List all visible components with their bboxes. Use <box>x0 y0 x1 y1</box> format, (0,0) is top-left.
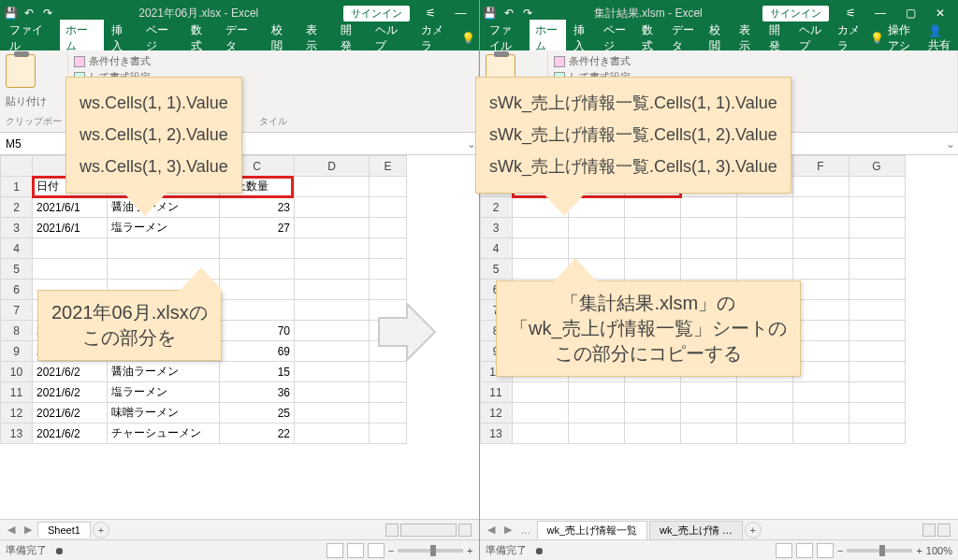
cell[interactable] <box>849 362 905 382</box>
cell[interactable] <box>849 259 905 280</box>
undo-icon[interactable]: ↶ <box>22 7 36 20</box>
cell[interactable] <box>792 197 849 218</box>
cell[interactable] <box>568 238 624 259</box>
row-header[interactable]: 2 <box>1 197 33 218</box>
cell[interactable]: 23 <box>220 197 295 218</box>
view-normal-icon[interactable] <box>327 543 343 558</box>
row-header[interactable]: 3 <box>480 218 512 238</box>
macro-record-icon[interactable]: ⏺ <box>54 545 65 556</box>
row-header[interactable]: 11 <box>480 382 512 403</box>
cond-format-button[interactable]: 条件付き書式 <box>554 54 952 68</box>
cell[interactable] <box>624 197 680 218</box>
cell[interactable] <box>792 300 849 321</box>
cell[interactable] <box>295 259 370 280</box>
cell[interactable] <box>792 259 849 280</box>
save-icon[interactable]: 💾 <box>484 7 497 20</box>
cell[interactable] <box>220 300 295 321</box>
cell[interactable]: 27 <box>220 218 295 238</box>
cell[interactable] <box>849 424 905 444</box>
row-header[interactable]: 5 <box>480 259 512 280</box>
minimize-icon[interactable]: — <box>866 4 894 22</box>
cell[interactable] <box>792 280 849 300</box>
cell[interactable]: チャーシューメン <box>108 424 220 444</box>
cell[interactable] <box>624 424 680 444</box>
cell[interactable] <box>295 382 370 403</box>
zoom-slider[interactable] <box>398 549 463 553</box>
row-header[interactable]: 13 <box>480 424 512 444</box>
add-sheet-icon[interactable]: + <box>745 522 762 538</box>
cell[interactable] <box>568 403 624 424</box>
cell[interactable]: 15 <box>220 362 295 382</box>
col-header[interactable]: E <box>370 156 407 177</box>
cell[interactable] <box>849 321 905 341</box>
cell[interactable] <box>736 403 792 424</box>
view-normal-icon[interactable] <box>776 543 792 558</box>
cell[interactable] <box>849 280 905 300</box>
cell[interactable] <box>792 341 849 362</box>
cell[interactable] <box>295 341 370 362</box>
row-header[interactable]: 13 <box>1 424 33 444</box>
cell[interactable] <box>370 259 407 280</box>
cell[interactable] <box>736 424 792 444</box>
cell[interactable] <box>792 218 849 238</box>
cell[interactable] <box>624 382 680 403</box>
cell[interactable] <box>849 218 905 238</box>
cell[interactable] <box>220 238 295 259</box>
signin-button[interactable]: サインイン <box>762 6 829 22</box>
cell[interactable] <box>849 238 905 259</box>
cell[interactable]: 醤油ラーメン <box>108 362 220 382</box>
cell[interactable]: 69 <box>220 341 295 362</box>
row-header[interactable]: 7 <box>1 300 33 321</box>
row-header[interactable]: 6 <box>1 280 33 300</box>
cell[interactable] <box>295 321 370 341</box>
row-header[interactable]: 10 <box>1 362 33 382</box>
cell[interactable] <box>370 403 407 424</box>
row-header[interactable]: 1 <box>1 177 33 197</box>
maximize-icon[interactable]: ▢ <box>896 4 924 22</box>
zoom-percent[interactable]: 100% <box>926 545 952 556</box>
cond-format-button[interactable]: 条件付き書式 <box>74 54 472 68</box>
cell[interactable] <box>512 382 568 403</box>
cell[interactable] <box>370 280 407 300</box>
row-header[interactable]: 2 <box>480 197 512 218</box>
cell[interactable] <box>680 424 736 444</box>
cell[interactable] <box>849 403 905 424</box>
cell[interactable]: 2021/6/2 <box>33 362 108 382</box>
cell[interactable] <box>512 218 568 238</box>
cell[interactable] <box>512 424 568 444</box>
row-header[interactable]: 4 <box>480 238 512 259</box>
cell[interactable] <box>680 218 736 238</box>
cell[interactable]: 味噌ラーメン <box>108 403 220 424</box>
cell[interactable]: 2021/6/2 <box>33 403 108 424</box>
cell[interactable] <box>792 177 849 197</box>
tell-me-icon[interactable]: 💡 <box>870 32 884 45</box>
row-header[interactable]: 4 <box>1 238 33 259</box>
redo-icon[interactable]: ↷ <box>41 7 54 20</box>
cell[interactable] <box>849 197 905 218</box>
cell[interactable] <box>680 238 736 259</box>
cell[interactable] <box>624 238 680 259</box>
row-header[interactable]: 5 <box>1 259 33 280</box>
row-header[interactable]: 12 <box>1 403 33 424</box>
cell[interactable] <box>568 424 624 444</box>
cell[interactable] <box>680 197 736 218</box>
view-break-icon[interactable] <box>817 543 834 558</box>
share-button[interactable]: 👤 共有 <box>928 24 954 53</box>
cell[interactable] <box>370 424 407 444</box>
zoom-in-icon[interactable]: + <box>916 545 922 556</box>
sheet-tab[interactable]: Sheet1 <box>37 522 91 538</box>
row-header[interactable]: 3 <box>1 218 33 238</box>
cell[interactable] <box>624 403 680 424</box>
cell[interactable] <box>792 362 849 382</box>
view-layout-icon[interactable] <box>347 543 364 558</box>
cell[interactable] <box>568 218 624 238</box>
cell[interactable] <box>220 259 295 280</box>
sheet-nav-more-icon[interactable]: … <box>517 524 535 536</box>
cell[interactable] <box>624 259 680 280</box>
row-header[interactable]: 11 <box>1 382 33 403</box>
cell[interactable] <box>295 300 370 321</box>
zoom-out-icon[interactable]: − <box>388 545 394 556</box>
cell[interactable] <box>792 238 849 259</box>
col-header[interactable]: G <box>849 156 905 177</box>
tell-me-text[interactable]: 操作アシ <box>888 22 918 54</box>
